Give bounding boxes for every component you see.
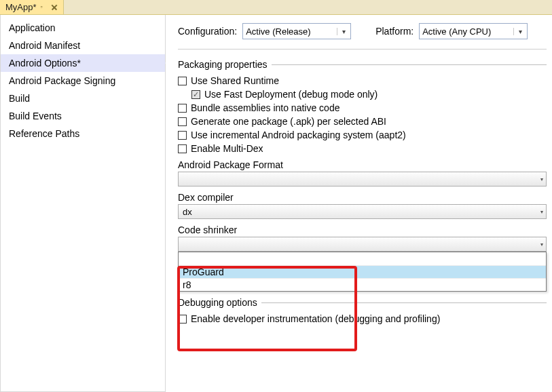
settings-sidebar: Application Android Manifest Android Opt… — [0, 15, 166, 392]
sidebar-item-application[interactable]: Application — [1, 19, 165, 37]
chevron-down-icon: ▾ — [513, 28, 524, 35]
dex-compiler-label: Dex compiler — [178, 192, 547, 203]
sidebar-item-label: Build Events — [9, 111, 62, 121]
sidebar-item-reference-paths[interactable]: Reference Paths — [1, 125, 165, 142]
chevron-down-icon: ▾ — [540, 209, 543, 215]
divider — [178, 49, 547, 50]
document-tab-bar: MyApp* ▫ — [0, 0, 552, 15]
dex-compiler-value: dx — [183, 207, 192, 217]
chevron-down-icon: ▾ — [337, 28, 348, 35]
bundle-native-label: Bundle assemblies into native code — [191, 102, 339, 113]
multidex-label: Enable Multi-Dex — [191, 143, 263, 154]
bundle-native-checkbox[interactable] — [178, 104, 187, 113]
debugging-header: Debugging options — [178, 297, 547, 308]
configuration-select[interactable]: Active (Release) ▾ — [242, 23, 351, 39]
packaging-header: Packaging properties — [178, 59, 547, 70]
configuration-value: Active (Release) — [246, 26, 310, 37]
code-shrinker-select[interactable]: ▾ — [178, 237, 547, 252]
one-apk-per-abi-checkbox[interactable] — [178, 117, 187, 126]
configuration-label: Configuration: — [178, 26, 237, 37]
sidebar-item-package-signing[interactable]: Android Package Signing — [1, 72, 165, 90]
sidebar-item-label: Android Options* — [9, 58, 81, 68]
shrinker-option-proguard[interactable]: ProGuard — [179, 266, 546, 279]
package-format-select[interactable]: ▾ — [178, 172, 547, 187]
code-shrinker-dropdown: ProGuard r8 — [178, 252, 547, 292]
sidebar-item-build[interactable]: Build — [1, 90, 165, 107]
close-icon[interactable] — [51, 4, 58, 11]
platform-label: Platform: — [375, 26, 413, 37]
code-shrinker-label: Code shrinker — [178, 224, 547, 235]
chevron-down-icon: ▾ — [540, 176, 543, 182]
multidex-checkbox[interactable] — [178, 144, 187, 153]
group-title: Debugging options — [178, 297, 257, 308]
pin-icon[interactable]: ▫ — [41, 4, 47, 10]
settings-main: Configuration: Active (Release) ▾ Platfo… — [166, 15, 552, 392]
sidebar-item-label: Android Manifest — [9, 40, 80, 51]
package-format-label: Android Package Format — [178, 159, 547, 170]
shrinker-option-r8[interactable]: r8 — [179, 279, 546, 291]
use-fast-deployment-checkbox[interactable] — [191, 90, 200, 99]
sidebar-item-label: Build — [9, 93, 30, 104]
chevron-down-icon: ▾ — [540, 241, 543, 248]
document-tab-title: MyApp* — [5, 2, 37, 12]
use-fast-deployment-label: Use Fast Deployment (debug mode only) — [204, 89, 378, 100]
use-shared-runtime-label: Use Shared Runtime — [191, 75, 279, 86]
use-shared-runtime-checkbox[interactable] — [178, 77, 187, 85]
dev-instrumentation-label: Enable developer instrumentation (debugg… — [191, 313, 440, 324]
sidebar-item-android-options[interactable]: Android Options* — [1, 54, 165, 72]
sidebar-item-label: Reference Paths — [9, 128, 79, 139]
document-tab[interactable]: MyApp* ▫ — [0, 0, 64, 14]
sidebar-item-label: Android Package Signing — [9, 75, 115, 86]
sidebar-item-android-manifest[interactable]: Android Manifest — [1, 37, 165, 54]
platform-select[interactable]: Active (Any CPU) ▾ — [419, 23, 528, 39]
sidebar-item-label: Application — [9, 22, 56, 33]
dex-compiler-select[interactable]: dx ▾ — [178, 204, 547, 219]
group-title: Packaging properties — [178, 59, 268, 70]
aapt2-checkbox[interactable] — [178, 131, 187, 140]
one-apk-per-abi-label: Generate one package (.apk) per selected… — [191, 116, 386, 127]
aapt2-label: Use incremental Android packaging system… — [191, 130, 406, 140]
shrinker-option-blank[interactable] — [179, 252, 546, 266]
platform-value: Active (Any CPU) — [422, 26, 491, 37]
dev-instrumentation-checkbox[interactable] — [178, 315, 187, 324]
sidebar-item-build-events[interactable]: Build Events — [1, 107, 165, 125]
